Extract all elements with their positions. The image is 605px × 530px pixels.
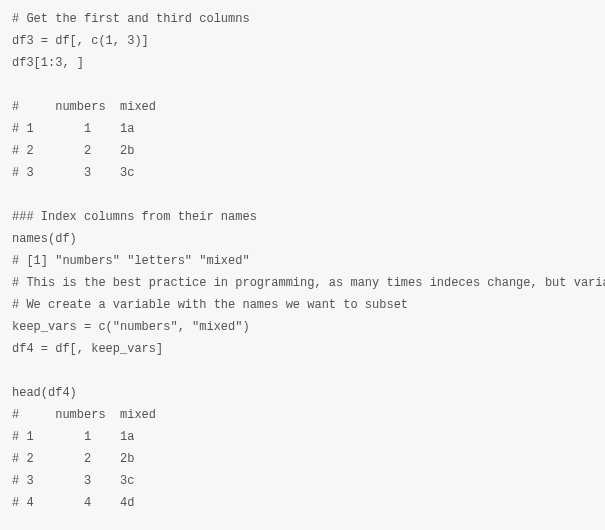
code-line: # 2 2 2b	[12, 140, 593, 162]
code-line: keep_vars = c("numbers", "mixed")	[12, 316, 593, 338]
code-line: df3 = df[, c(1, 3)]	[12, 30, 593, 52]
code-line: ### Index columns from their names	[12, 206, 593, 228]
code-line	[12, 184, 593, 206]
code-line: # 1 1 1a	[12, 118, 593, 140]
code-line	[12, 74, 593, 96]
code-line: # 4 4 4d	[12, 492, 593, 514]
code-line: # Get the first and third columns	[12, 8, 593, 30]
code-line: # We create a variable with the names we…	[12, 294, 593, 316]
code-line: head(df4)	[12, 382, 593, 404]
code-line: # 3 3 3c	[12, 470, 593, 492]
code-line: # This is the best practice in programmi…	[12, 272, 593, 294]
code-line: # numbers mixed	[12, 96, 593, 118]
code-line	[12, 360, 593, 382]
code-line: names(df)	[12, 228, 593, 250]
code-line: # 3 3 3c	[12, 162, 593, 184]
code-line: df3[1:3, ]	[12, 52, 593, 74]
code-line: df4 = df[, keep_vars]	[12, 338, 593, 360]
code-line: # 2 2 2b	[12, 448, 593, 470]
code-line: # [1] "numbers" "letters" "mixed"	[12, 250, 593, 272]
code-line: # 1 1 1a	[12, 426, 593, 448]
code-block: # Get the first and third columnsdf3 = d…	[12, 8, 593, 514]
code-line: # numbers mixed	[12, 404, 593, 426]
